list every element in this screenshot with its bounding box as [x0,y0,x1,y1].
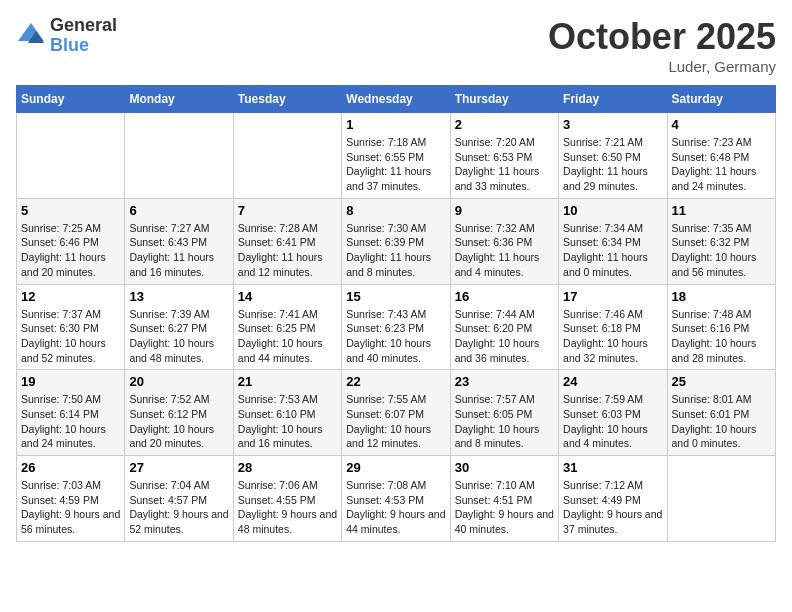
day-info: Sunrise: 7:57 AM Sunset: 6:05 PM Dayligh… [455,392,554,451]
calendar-cell: 19Sunrise: 7:50 AM Sunset: 6:14 PM Dayli… [17,370,125,456]
day-number: 6 [129,203,228,218]
calendar-cell: 18Sunrise: 7:48 AM Sunset: 6:16 PM Dayli… [667,284,775,370]
day-info: Sunrise: 7:18 AM Sunset: 6:55 PM Dayligh… [346,135,445,194]
calendar-cell: 25Sunrise: 8:01 AM Sunset: 6:01 PM Dayli… [667,370,775,456]
calendar-week-row: 5Sunrise: 7:25 AM Sunset: 6:46 PM Daylig… [17,198,776,284]
month-title: October 2025 [548,16,776,58]
page-header: General Blue October 2025 Luder, Germany [16,16,776,75]
weekday-header: Saturday [667,86,775,113]
calendar-cell: 17Sunrise: 7:46 AM Sunset: 6:18 PM Dayli… [559,284,667,370]
day-number: 13 [129,289,228,304]
calendar-cell: 23Sunrise: 7:57 AM Sunset: 6:05 PM Dayli… [450,370,558,456]
day-info: Sunrise: 7:59 AM Sunset: 6:03 PM Dayligh… [563,392,662,451]
logo-blue-text: Blue [50,36,117,56]
calendar-cell: 27Sunrise: 7:04 AM Sunset: 4:57 PM Dayli… [125,456,233,542]
day-info: Sunrise: 7:46 AM Sunset: 6:18 PM Dayligh… [563,307,662,366]
calendar-cell: 22Sunrise: 7:55 AM Sunset: 6:07 PM Dayli… [342,370,450,456]
day-number: 31 [563,460,662,475]
day-info: Sunrise: 7:06 AM Sunset: 4:55 PM Dayligh… [238,478,337,537]
calendar-cell: 28Sunrise: 7:06 AM Sunset: 4:55 PM Dayli… [233,456,341,542]
day-info: Sunrise: 7:27 AM Sunset: 6:43 PM Dayligh… [129,221,228,280]
day-info: Sunrise: 7:39 AM Sunset: 6:27 PM Dayligh… [129,307,228,366]
day-number: 24 [563,374,662,389]
calendar-cell: 8Sunrise: 7:30 AM Sunset: 6:39 PM Daylig… [342,198,450,284]
day-info: Sunrise: 7:10 AM Sunset: 4:51 PM Dayligh… [455,478,554,537]
day-info: Sunrise: 7:52 AM Sunset: 6:12 PM Dayligh… [129,392,228,451]
day-number: 25 [672,374,771,389]
day-info: Sunrise: 7:28 AM Sunset: 6:41 PM Dayligh… [238,221,337,280]
weekday-header: Sunday [17,86,125,113]
day-info: Sunrise: 7:03 AM Sunset: 4:59 PM Dayligh… [21,478,120,537]
weekday-header: Monday [125,86,233,113]
day-info: Sunrise: 7:08 AM Sunset: 4:53 PM Dayligh… [346,478,445,537]
calendar-cell: 21Sunrise: 7:53 AM Sunset: 6:10 PM Dayli… [233,370,341,456]
calendar-cell: 7Sunrise: 7:28 AM Sunset: 6:41 PM Daylig… [233,198,341,284]
weekday-header: Wednesday [342,86,450,113]
day-number: 18 [672,289,771,304]
day-info: Sunrise: 7:55 AM Sunset: 6:07 PM Dayligh… [346,392,445,451]
calendar-cell: 3Sunrise: 7:21 AM Sunset: 6:50 PM Daylig… [559,113,667,199]
day-number: 2 [455,117,554,132]
calendar-cell: 24Sunrise: 7:59 AM Sunset: 6:03 PM Dayli… [559,370,667,456]
calendar-cell: 13Sunrise: 7:39 AM Sunset: 6:27 PM Dayli… [125,284,233,370]
calendar-cell: 6Sunrise: 7:27 AM Sunset: 6:43 PM Daylig… [125,198,233,284]
day-number: 5 [21,203,120,218]
calendar-cell [17,113,125,199]
location: Luder, Germany [548,58,776,75]
day-number: 23 [455,374,554,389]
day-info: Sunrise: 7:34 AM Sunset: 6:34 PM Dayligh… [563,221,662,280]
day-info: Sunrise: 7:37 AM Sunset: 6:30 PM Dayligh… [21,307,120,366]
weekday-header: Friday [559,86,667,113]
calendar-cell: 2Sunrise: 7:20 AM Sunset: 6:53 PM Daylig… [450,113,558,199]
day-number: 16 [455,289,554,304]
day-number: 19 [21,374,120,389]
day-info: Sunrise: 7:23 AM Sunset: 6:48 PM Dayligh… [672,135,771,194]
day-number: 30 [455,460,554,475]
day-info: Sunrise: 7:43 AM Sunset: 6:23 PM Dayligh… [346,307,445,366]
day-info: Sunrise: 7:44 AM Sunset: 6:20 PM Dayligh… [455,307,554,366]
day-info: Sunrise: 7:20 AM Sunset: 6:53 PM Dayligh… [455,135,554,194]
day-number: 21 [238,374,337,389]
calendar-cell: 11Sunrise: 7:35 AM Sunset: 6:32 PM Dayli… [667,198,775,284]
day-info: Sunrise: 7:32 AM Sunset: 6:36 PM Dayligh… [455,221,554,280]
day-info: Sunrise: 7:12 AM Sunset: 4:49 PM Dayligh… [563,478,662,537]
day-number: 28 [238,460,337,475]
logo-general-text: General [50,16,117,36]
day-info: Sunrise: 7:50 AM Sunset: 6:14 PM Dayligh… [21,392,120,451]
day-number: 10 [563,203,662,218]
calendar-cell: 26Sunrise: 7:03 AM Sunset: 4:59 PM Dayli… [17,456,125,542]
calendar-week-row: 12Sunrise: 7:37 AM Sunset: 6:30 PM Dayli… [17,284,776,370]
day-number: 14 [238,289,337,304]
calendar-week-row: 26Sunrise: 7:03 AM Sunset: 4:59 PM Dayli… [17,456,776,542]
calendar-cell: 1Sunrise: 7:18 AM Sunset: 6:55 PM Daylig… [342,113,450,199]
calendar-cell: 5Sunrise: 7:25 AM Sunset: 6:46 PM Daylig… [17,198,125,284]
day-number: 12 [21,289,120,304]
day-number: 15 [346,289,445,304]
day-number: 7 [238,203,337,218]
calendar-cell: 31Sunrise: 7:12 AM Sunset: 4:49 PM Dayli… [559,456,667,542]
calendar-week-row: 19Sunrise: 7:50 AM Sunset: 6:14 PM Dayli… [17,370,776,456]
day-number: 22 [346,374,445,389]
day-number: 26 [21,460,120,475]
weekday-header: Thursday [450,86,558,113]
calendar-cell: 12Sunrise: 7:37 AM Sunset: 6:30 PM Dayli… [17,284,125,370]
day-number: 11 [672,203,771,218]
day-number: 9 [455,203,554,218]
calendar-cell: 30Sunrise: 7:10 AM Sunset: 4:51 PM Dayli… [450,456,558,542]
calendar-cell: 15Sunrise: 7:43 AM Sunset: 6:23 PM Dayli… [342,284,450,370]
calendar-table: SundayMondayTuesdayWednesdayThursdayFrid… [16,85,776,542]
logo: General Blue [16,16,117,56]
day-number: 27 [129,460,228,475]
day-info: Sunrise: 7:21 AM Sunset: 6:50 PM Dayligh… [563,135,662,194]
calendar-cell: 20Sunrise: 7:52 AM Sunset: 6:12 PM Dayli… [125,370,233,456]
day-info: Sunrise: 8:01 AM Sunset: 6:01 PM Dayligh… [672,392,771,451]
day-info: Sunrise: 7:25 AM Sunset: 6:46 PM Dayligh… [21,221,120,280]
logo-icon [16,21,46,51]
calendar-cell: 10Sunrise: 7:34 AM Sunset: 6:34 PM Dayli… [559,198,667,284]
weekday-header-row: SundayMondayTuesdayWednesdayThursdayFrid… [17,86,776,113]
calendar-cell [125,113,233,199]
calendar-cell: 29Sunrise: 7:08 AM Sunset: 4:53 PM Dayli… [342,456,450,542]
day-info: Sunrise: 7:35 AM Sunset: 6:32 PM Dayligh… [672,221,771,280]
calendar-cell: 14Sunrise: 7:41 AM Sunset: 6:25 PM Dayli… [233,284,341,370]
day-info: Sunrise: 7:04 AM Sunset: 4:57 PM Dayligh… [129,478,228,537]
